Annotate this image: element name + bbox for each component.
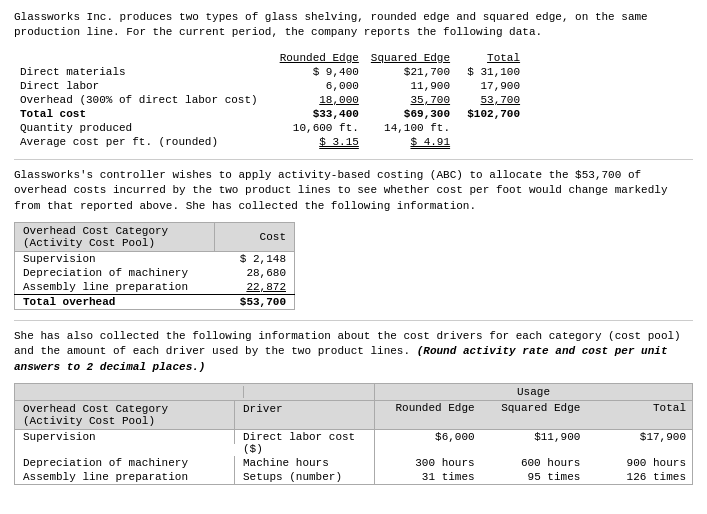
table-row: Depreciation of machinery 28,680 [15,266,295,280]
overhead-cost-table: Overhead Cost Category (Activity Cost Po… [14,222,295,310]
usage-header: Usage [375,384,692,400]
total-header: Total [456,51,526,65]
usage-header-row: Usage [15,384,692,401]
cost-table: Rounded Edge Squared Edge Total Direct m… [14,51,526,149]
table-row: Average cost per ft. (rounded) $ 3.15 $ … [14,135,526,149]
driver-header: Driver [235,401,374,429]
divider-1 [14,159,693,160]
section3-paragraph: She has also collected the following inf… [14,329,693,375]
squared-usage-header: Squared Edge [481,401,587,429]
section2-paragraph: Glassworks's controller wishes to apply … [14,168,693,214]
usage-table: Usage Overhead Cost Category (Activity C… [14,383,693,485]
rounded-edge-header: Rounded Edge [274,51,365,65]
table-row: Direct materials $ 9,400 $21,700 $ 31,10… [14,65,526,79]
intro-paragraph: Glassworks Inc. produces two types of gl… [14,10,693,41]
total-cost-row: Total cost $33,400 $69,300 $102,700 [14,107,526,121]
category-header: Overhead Cost Category (Activity Cost Po… [15,401,234,429]
cost-header: Cost [215,222,295,251]
usage-sub-header-row: Overhead Cost Category (Activity Cost Po… [15,401,692,430]
list-item: Supervision Direct labor cost ($) $6,000… [15,430,692,456]
table-row: Assembly line preparation 22,872 [15,280,295,295]
total-usage-header: Total [586,401,692,429]
list-item: Assembly line preparation Setups (number… [15,470,692,484]
total-overhead-row: Total overhead $53,700 [15,294,295,309]
table-row: Direct labor 6,000 11,900 17,900 [14,79,526,93]
rounded-usage-header: Rounded Edge [375,401,481,429]
table-row: Overhead (300% of direct labor cost) 18,… [14,93,526,107]
list-item: Depreciation of machinery Machine hours … [15,456,692,470]
divider-2 [14,320,693,321]
squared-edge-header: Squared Edge [365,51,456,65]
table-row: Quantity produced 10,600 ft. 14,100 ft. [14,121,526,135]
cost-category-header: Overhead Cost Category (Activity Cost Po… [15,222,215,251]
table-row: Supervision $ 2,148 [15,251,295,266]
